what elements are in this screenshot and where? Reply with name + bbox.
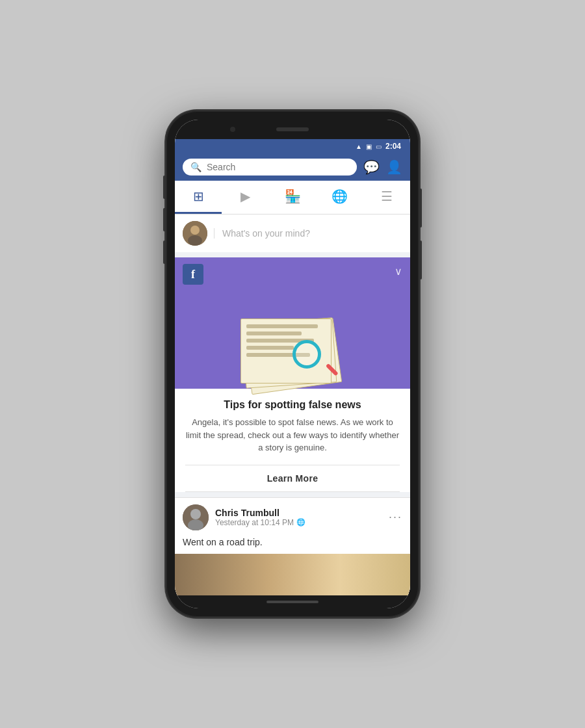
post-more-options-icon[interactable]: ··· — [389, 510, 402, 524]
svg-point-1 — [190, 226, 200, 235]
nav-tabs: ⊞ ▶ 🏪 🌐 ☰ — [175, 181, 410, 214]
post-composer: What's on your mind? — [175, 214, 410, 257]
tab-news-feed[interactable]: ⊞ — [175, 181, 222, 214]
composer-placeholder[interactable]: What's on your mind? — [214, 228, 402, 239]
tab-video[interactable]: ▶ — [222, 181, 268, 214]
tab-marketplace[interactable]: 🏪 — [269, 181, 316, 214]
learn-more-button[interactable]: Learn More — [175, 465, 410, 491]
user-avatar — [183, 221, 207, 246]
tip-card: f ∨ — [175, 257, 410, 492]
video-icon: ▶ — [240, 188, 250, 204]
friends-icon[interactable]: 👤 — [386, 159, 402, 175]
news-feed-icon: ⊞ — [193, 188, 204, 204]
camera-dot — [230, 127, 235, 132]
search-bar: 🔍 💬 👤 — [175, 153, 410, 181]
post-timestamp: Yesterday at 10:14 PM 🌐 — [215, 518, 389, 527]
tab-globe[interactable]: 🌐 — [316, 181, 363, 214]
magnifier-icon — [292, 340, 332, 379]
phone-screen: ▲ ▣ ▭ 2:04 🔍 💬 👤 ⊞ ▶ — [175, 120, 410, 608]
post-image-content — [175, 554, 410, 596]
news-line — [246, 332, 302, 335]
svg-point-2 — [188, 235, 202, 246]
post-text: Went on a road trip. — [175, 537, 410, 554]
post-author-name: Chris Trumbull — [215, 508, 389, 518]
tip-content: Tips for spotting false news Angela, it'… — [175, 389, 410, 465]
globe-nav-icon: 🌐 — [332, 188, 348, 204]
signal-icon: ▣ — [366, 143, 372, 150]
menu-icon: ☰ — [381, 188, 393, 204]
svg-point-4 — [190, 509, 201, 519]
post-header: Chris Trumbull Yesterday at 10:14 PM 🌐 ·… — [175, 498, 410, 537]
phone-bottom-bar — [175, 595, 410, 608]
search-input[interactable] — [207, 162, 349, 172]
news-feed: What's on your mind? f ∨ — [175, 214, 410, 595]
search-input-wrap[interactable]: 🔍 — [183, 159, 357, 176]
news-line — [246, 324, 318, 328]
status-time: 2:04 — [385, 142, 401, 151]
post-meta: Chris Trumbull Yesterday at 10:14 PM 🌐 — [215, 508, 389, 527]
messenger-icon[interactable]: 💬 — [363, 159, 380, 175]
phone-top-bar — [175, 120, 410, 139]
tip-body: Angela, it's possible to spot false news… — [185, 416, 400, 454]
status-bar: ▲ ▣ ▭ 2:04 — [175, 139, 410, 153]
facebook-logo: f — [183, 264, 203, 285]
search-icon: 🔍 — [190, 162, 202, 172]
wifi-icon: ▲ — [356, 143, 362, 150]
post-author-avatar — [183, 504, 209, 530]
user-avatar-image — [183, 221, 207, 246]
tip-bottom-divider — [185, 491, 400, 492]
app-screen: ▲ ▣ ▭ 2:04 🔍 💬 👤 ⊞ ▶ — [175, 139, 410, 595]
home-indicator — [266, 601, 318, 603]
newspaper-stack — [240, 311, 344, 389]
marketplace-icon: 🏪 — [285, 188, 301, 204]
battery-icon: ▭ — [376, 143, 382, 150]
post-visibility-icon: 🌐 — [296, 518, 306, 526]
tip-title: Tips for spotting false news — [185, 399, 400, 411]
tip-illustration — [175, 291, 410, 389]
tab-menu[interactable]: ☰ — [363, 181, 410, 214]
speaker-grille — [276, 127, 309, 131]
news-line — [246, 346, 294, 350]
phone-device: ▲ ▣ ▭ 2:04 🔍 💬 👤 ⊞ ▶ — [166, 110, 419, 618]
tip-card-header: f ∨ — [175, 257, 410, 291]
collapse-chevron-icon[interactable]: ∨ — [395, 265, 402, 278]
post-card: Chris Trumbull Yesterday at 10:14 PM 🌐 ·… — [175, 497, 410, 596]
magnifier-lens — [292, 340, 321, 369]
post-image — [175, 554, 410, 596]
